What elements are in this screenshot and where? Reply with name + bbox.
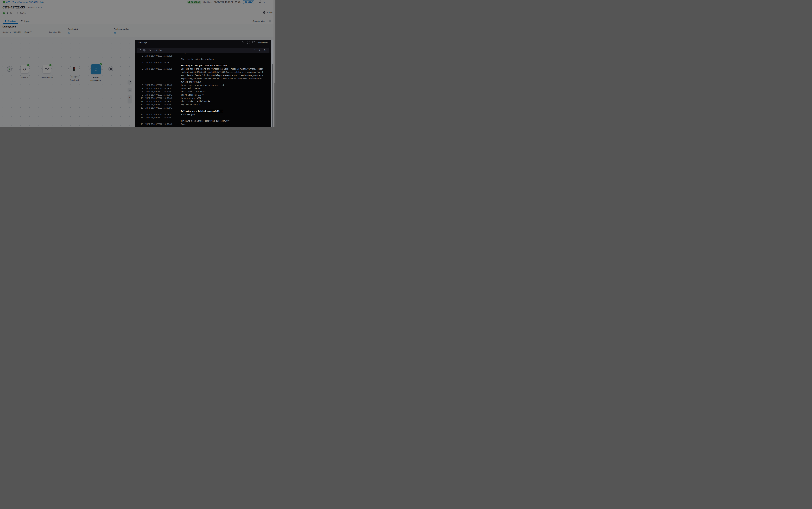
log-line: 12INFO15/09/2022 16:09:42Region: us-east… <box>135 103 271 106</box>
log-timestamp: 15/09/2022 16:09:35 <box>151 54 173 58</box>
breadcrumb-separator: > <box>16 1 19 3</box>
step-duration: 9s <box>264 49 266 52</box>
page-scrollbar[interactable] <box>273 0 275 127</box>
log-section-title: Fetch Files <box>149 49 162 52</box>
log-message: Fetching values.yaml from helm chart rep… <box>181 64 227 67</box>
scroll-up-icon[interactable]: ↑ <box>254 49 256 52</box>
log-timestamp: 15/09/2022 16:09:42 <box>151 87 173 90</box>
service-link[interactable]: s2 <box>68 32 70 34</box>
reset-view-button[interactable] <box>127 88 132 92</box>
tab-inputs[interactable]: Inputs <box>21 19 30 24</box>
log-line-number: 4 <box>140 61 143 64</box>
console-view-button[interactable]: Console View <box>256 41 269 44</box>
rollout-icon <box>94 68 98 71</box>
breadcrumb-item[interactable]: Pipelines <box>19 1 27 3</box>
chevron-down-icon[interactable] <box>139 49 141 50</box>
gear-icon: ⚙ <box>6 12 8 14</box>
log-line-number: 15 <box>140 116 143 119</box>
scroll-down-icon[interactable]: ↓ <box>259 49 261 52</box>
breadcrumb-item[interactable]: CFDs_Test <box>6 1 16 3</box>
active-tab-indicator <box>3 23 18 24</box>
service-tag[interactable]: s2 <box>10 12 12 14</box>
green-light <box>74 69 75 71</box>
node-label[interactable]: Rollout Deployment <box>89 76 103 82</box>
node-infrastructure[interactable] <box>43 65 51 73</box>
log-message: Base Path: charts/ <box>181 87 201 90</box>
log-line: 15INFO15/09/2022 16:09:42 <box>135 116 271 119</box>
log-level: INFO <box>145 83 150 87</box>
log-level: INFO <box>145 106 150 109</box>
search-icon[interactable] <box>242 41 244 43</box>
execution-id: (Execution Id: 8) <box>28 6 42 9</box>
status-badge: ✓ SUCCESS <box>187 1 201 4</box>
expand-drawer-icon[interactable] <box>247 41 250 43</box>
log-line-number: 8 <box>140 90 143 93</box>
log-line-number: 12 <box>140 103 143 106</box>
log-line: 4INFO15/09/2022 16:09:35 <box>135 61 271 64</box>
user-menu[interactable]: Admin <box>263 11 272 14</box>
node-resource-constraint[interactable] <box>73 67 75 71</box>
user-name: Admin <box>266 11 272 14</box>
zoom-out-button[interactable]: − <box>129 100 131 102</box>
log-content[interactable]: n:"go1.17.5"}3INFO15/09/2022 16:09:35Sta… <box>135 53 271 127</box>
fit-to-screen-button[interactable] <box>127 80 132 84</box>
node-service[interactable]: ⚙ <box>21 65 29 73</box>
log-message: -out/darwin-fastbuild/bin/260-delegate/e… <box>181 74 263 77</box>
log-scrollbar-thumb[interactable] <box>272 64 273 127</box>
node-label[interactable]: Resource Constraint <box>68 75 81 82</box>
log-message: Helm repository: aws-qa-setup-modified <box>181 83 224 87</box>
console-view-switch[interactable] <box>267 20 271 22</box>
infrastructure-icon <box>45 67 49 71</box>
log-line-number: 5 <box>140 67 143 71</box>
log-message: Chart bucket: achhelmbucket <box>181 100 212 103</box>
kebab-menu-icon[interactable]: ⋮ <box>263 0 266 3</box>
log-timestamp: 15/09/2022 16:09:42 <box>151 113 173 116</box>
node-label[interactable]: Service <box>18 76 31 79</box>
node-rollout-deployment[interactable] <box>91 64 101 74</box>
log-message: Chart version: 0.1.0 <box>181 93 204 97</box>
log-level: INFO <box>145 100 150 103</box>
log-level: INFO <box>145 97 150 100</box>
log-timestamp: 15/09/2022 16:09:42 <box>151 106 173 109</box>
stage-duration: Duration: 22s <box>49 31 61 33</box>
zoom-in-button[interactable]: + <box>129 96 131 98</box>
node-label[interactable]: Infrastructure <box>38 76 56 79</box>
log-message: Done. <box>181 123 187 126</box>
log-line-number: 3 <box>140 54 143 58</box>
refresh-icon[interactable] <box>259 0 261 3</box>
log-message: Region: us-east-1 <box>181 103 200 106</box>
edge-port <box>41 68 42 70</box>
console-view-toggle-group: Console View <box>253 20 271 22</box>
log-message: n:"go1.17.5"} <box>181 53 196 54</box>
log-line: Fetching helm values completed successfu… <box>135 119 271 123</box>
log-message: Helm version: V380 <box>181 97 201 100</box>
log-level: INFO <box>145 61 150 64</box>
edge-port <box>79 68 80 70</box>
log-level: INFO <box>145 87 150 90</box>
inputs-icon <box>21 20 23 23</box>
page-scrollbar-thumb[interactable] <box>274 83 275 127</box>
log-line-number: 10 <box>140 97 143 100</box>
stage-started: Started at: 15/09/2022, 16:09:27 <box>2 31 32 33</box>
log-line: 11INFO15/09/2022 16:09:42Chart bucket: a… <box>135 100 271 103</box>
log-timestamp: 15/09/2022 16:09:35 <box>151 61 173 64</box>
environments-icon <box>16 12 19 14</box>
log-line-number: 6 <box>140 83 143 87</box>
open-in-new-icon[interactable] <box>252 41 255 43</box>
log-message: t/test-chart/0.1.0 <box>181 80 201 83</box>
environments-tag[interactable]: e2, e1 <box>20 12 26 14</box>
log-line: -out/darwin-fastbuild/bin/260-delegate/e… <box>135 74 271 77</box>
breadcrumb-item[interactable]: CDS-41722-S3 <box>29 1 43 3</box>
edge-port <box>51 68 52 70</box>
view-button[interactable]: View <box>243 0 254 4</box>
edge <box>79 69 90 69</box>
log-timestamp: 15/09/2022 16:09:42 <box>151 100 173 103</box>
environments-label: Environment(s) <box>114 28 128 30</box>
log-line-number: 7 <box>140 87 143 90</box>
log-section-header[interactable]: ✓ Fetch Files ↑ ↓ 9s <box>137 48 269 53</box>
log-message: repository/helm/source/93602db7-89f2-317… <box>181 77 262 80</box>
log-scrollbar[interactable] <box>271 40 273 127</box>
execution-meta: ⚙ s2 e2, e1 <box>3 11 26 14</box>
environment-link[interactable]: e1 <box>114 32 116 34</box>
success-check-icon: ✓ <box>27 64 30 66</box>
